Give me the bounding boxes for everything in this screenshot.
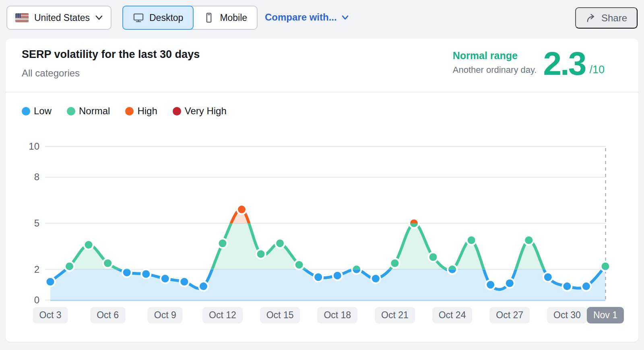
data-point[interactable] <box>104 259 111 267</box>
y-axis-tick: 2 <box>6 264 39 275</box>
status-range-label: Normal range <box>453 50 537 62</box>
x-axis-label: Oct 15 <box>260 307 300 323</box>
mobile-icon <box>203 12 215 23</box>
volatility-line-chart <box>16 133 628 314</box>
y-axis-tick: 5 <box>6 218 39 229</box>
legend-item-low: Low <box>22 105 52 117</box>
data-point[interactable] <box>602 262 609 270</box>
data-point[interactable] <box>123 269 131 276</box>
data-point[interactable] <box>582 282 590 290</box>
data-point[interactable] <box>372 275 380 282</box>
data-point[interactable] <box>544 273 552 281</box>
x-axis-label: Oct 24 <box>432 307 473 323</box>
low-dot-icon <box>22 107 30 115</box>
data-point[interactable] <box>257 250 265 258</box>
data-point[interactable] <box>295 261 303 269</box>
data-point[interactable] <box>161 275 169 282</box>
device-toggle: Desktop Mobile <box>122 6 258 30</box>
us-flag-icon <box>15 13 29 22</box>
compare-with-label: Compare with... <box>265 12 337 23</box>
volatility-score: 2.3 <box>543 50 585 77</box>
y-axis-tick: 8 <box>6 171 39 183</box>
volatility-score-suffix: /10 <box>589 64 605 76</box>
page-title: SERP volatility for the last 30 days <box>22 48 200 61</box>
x-axis-label: Oct 6 <box>90 307 125 323</box>
data-point[interactable] <box>563 282 571 290</box>
data-point[interactable] <box>391 259 398 267</box>
desktop-label: Desktop <box>149 12 183 23</box>
high-dot-icon <box>125 107 134 115</box>
data-point[interactable] <box>468 237 475 244</box>
country-label: United States <box>34 12 90 23</box>
data-point[interactable] <box>200 282 207 290</box>
share-button[interactable]: Share <box>575 7 638 29</box>
share-label: Share <box>601 12 627 24</box>
very-high-dot-icon <box>173 107 181 115</box>
desktop-icon <box>133 12 144 23</box>
data-point[interactable] <box>47 278 54 286</box>
desktop-button[interactable]: Desktop <box>122 6 194 30</box>
normal-dot-icon <box>67 107 75 115</box>
y-axis-tick: 0 <box>6 294 39 306</box>
country-selector[interactable]: United States <box>6 6 111 30</box>
data-point[interactable] <box>334 272 341 279</box>
data-point[interactable] <box>180 278 188 286</box>
mobile-button[interactable]: Mobile <box>193 6 258 30</box>
x-axis-label: Oct 27 <box>489 307 530 323</box>
category-subtitle: All categories <box>22 68 80 79</box>
header-divider <box>6 92 638 93</box>
chevron-down-icon <box>342 15 349 20</box>
x-axis-label: Oct 3 <box>33 307 68 323</box>
volatility-status: Normal range Another ordinary day. 2.3 /… <box>453 50 605 77</box>
legend-label: Very High <box>185 105 227 117</box>
data-point[interactable] <box>238 206 246 213</box>
data-point[interactable] <box>525 237 533 244</box>
x-axis-label: Oct 21 <box>375 307 415 323</box>
x-axis-label: Oct 30 <box>547 307 587 323</box>
data-point[interactable] <box>66 262 73 270</box>
legend-item-normal: Normal <box>67 105 110 117</box>
data-point[interactable] <box>487 281 494 288</box>
serp-volatility-card: SERP volatility for the last 30 days All… <box>6 39 638 342</box>
legend-item-high: High <box>125 105 157 117</box>
legend-label: High <box>137 105 157 117</box>
share-arrow-icon <box>586 13 596 23</box>
x-axis-label: Oct 12 <box>202 307 243 323</box>
legend-label: Normal <box>79 105 110 117</box>
data-point[interactable] <box>314 273 322 281</box>
data-point[interactable] <box>142 270 150 278</box>
compare-with-link[interactable]: Compare with... <box>265 12 349 23</box>
legend-label: Low <box>34 105 52 117</box>
data-point[interactable] <box>276 239 284 247</box>
chevron-down-icon <box>95 15 103 21</box>
x-axis-label: Oct 9 <box>148 307 183 323</box>
data-point[interactable] <box>219 239 226 247</box>
data-point[interactable] <box>506 279 514 287</box>
x-axis-label: Oct 18 <box>317 307 357 323</box>
data-point[interactable] <box>85 241 93 249</box>
x-axis-label: Nov 1 <box>587 307 624 323</box>
legend-item-very-high: Very High <box>173 105 227 117</box>
y-axis-tick: 10 <box>6 141 39 152</box>
mobile-label: Mobile <box>220 12 247 23</box>
data-point[interactable] <box>429 253 437 261</box>
status-description: Another ordinary day. <box>453 65 537 75</box>
chart-legend: Low Normal High Very High <box>22 105 227 117</box>
